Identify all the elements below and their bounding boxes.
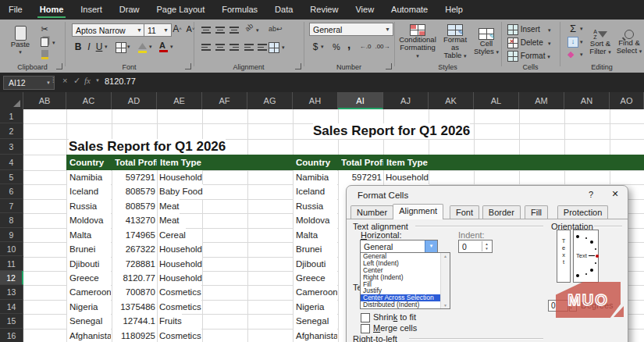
- cell-country[interactable]: Greece: [294, 271, 337, 285]
- chevron-down-icon[interactable]: ▾: [127, 44, 130, 50]
- dial-dot[interactable]: [576, 235, 579, 238]
- cell-country[interactable]: Namibia: [67, 170, 111, 184]
- column-header-AN[interactable]: AN: [564, 92, 610, 109]
- align-middle-button[interactable]: [215, 25, 225, 37]
- align-bottom-button[interactable]: [229, 25, 239, 37]
- cell-item-type[interactable]: Cosmetics: [158, 329, 201, 342]
- column-header-AD[interactable]: AD: [112, 92, 157, 109]
- cell-country[interactable]: Senegal: [67, 314, 111, 328]
- cell-country[interactable]: Moldova: [294, 213, 337, 227]
- tab-automate[interactable]: Automate: [382, 0, 436, 20]
- format-painter-button[interactable]: [39, 49, 50, 60]
- clipboard-dialog-launcher[interactable]: [56, 63, 62, 69]
- align-center-button[interactable]: [215, 42, 225, 54]
- cell-item-type[interactable]: Household: [158, 170, 202, 184]
- cell-country[interactable]: Afghanista: [294, 329, 337, 342]
- table-header-cell[interactable]: Total Profi: [341, 155, 383, 170]
- dialog-tab-font[interactable]: Font: [450, 205, 479, 219]
- column-header-AI[interactable]: AI: [338, 92, 383, 109]
- align-right-button[interactable]: [229, 42, 239, 54]
- cell-country[interactable]: Malta: [294, 228, 337, 242]
- shrink-to-fit-label[interactable]: Shrink to fit: [373, 312, 416, 322]
- copy-button[interactable]: [39, 37, 50, 48]
- chevron-down-icon[interactable]: ▾: [548, 41, 551, 47]
- decrease-font-button[interactable]: A˅: [184, 23, 197, 35]
- dropdown-scrollbar[interactable]: ▲ ▼: [440, 253, 450, 308]
- chevron-down-icon[interactable]: ▾: [52, 40, 55, 46]
- cell-profit[interactable]: 12744.1: [112, 314, 157, 328]
- scroll-up-icon[interactable]: ▲: [441, 254, 450, 258]
- cell-country[interactable]: Iceland: [67, 184, 111, 198]
- fx-icon[interactable]: fx: [84, 76, 91, 85]
- table-header-cell[interactable]: Item Type: [386, 155, 441, 170]
- dial-dot-selected[interactable]: [596, 255, 599, 258]
- cell-profit[interactable]: 267322: [112, 242, 157, 256]
- orientation-button[interactable]: ab: [244, 22, 254, 33]
- cell-country[interactable]: Djibouti: [67, 257, 111, 271]
- tab-data[interactable]: Data: [266, 0, 301, 20]
- font-name-combo[interactable]: Aptos Narrow▼: [72, 23, 145, 37]
- delete-cells-button[interactable]: × Delete: [507, 37, 543, 48]
- dial-dot[interactable]: [595, 262, 596, 264]
- increase-indent-button[interactable]: [258, 42, 267, 54]
- font-color-button[interactable]: A: [159, 41, 168, 52]
- option-right-indent-[interactable]: Right (Indent): [361, 274, 443, 281]
- wrap-text-button[interactable]: ab↩: [269, 25, 283, 33]
- tab-help[interactable]: Help: [436, 0, 471, 20]
- cell-profit[interactable]: 174965: [112, 228, 157, 242]
- accounting-format-button[interactable]: $: [311, 41, 320, 52]
- row-header-3[interactable]: 3: [0, 139, 23, 155]
- align-left-button[interactable]: [201, 42, 211, 54]
- clear-button[interactable]: ◆: [568, 49, 574, 59]
- cell-styles-button[interactable]: ✎ Cell Styles ▾: [473, 22, 500, 62]
- cell-item-type[interactable]: Household: [384, 170, 429, 184]
- row-header-11[interactable]: 11: [0, 257, 23, 271]
- cell-item-type[interactable]: Cereal: [158, 228, 186, 242]
- table-header-row[interactable]: CountryTotal ProfiItem TypeCountryTotal …: [66, 155, 644, 170]
- dialog-tab-border[interactable]: Border: [482, 205, 521, 219]
- cell-profit[interactable]: 808579: [112, 184, 157, 198]
- conditional-formatting-button[interactable]: Conditional Formatting ▾: [398, 22, 437, 62]
- dialog-tab-fill[interactable]: Fill: [525, 205, 548, 219]
- fill-button[interactable]: ↓: [568, 37, 578, 48]
- cell-country[interactable]: Cameroon: [294, 285, 337, 299]
- left-sheet-title[interactable]: Sales Report for Q1 2026: [69, 139, 226, 155]
- cell-country[interactable]: Nigeria: [67, 300, 111, 314]
- cell-item-type[interactable]: Cosmetics: [158, 300, 201, 314]
- percent-style-button[interactable]: %: [331, 41, 342, 52]
- chevron-down-icon[interactable]: ▾: [282, 45, 285, 51]
- tab-formulas[interactable]: Formulas: [213, 0, 266, 20]
- merge-cells-checkbox[interactable]: [361, 324, 370, 333]
- shrink-to-fit-checkbox[interactable]: [361, 313, 370, 322]
- dial-dot[interactable]: [585, 273, 587, 275]
- merge-center-button[interactable]: [269, 42, 279, 55]
- underline-button[interactable]: U: [94, 41, 104, 52]
- enter-icon[interactable]: ✓: [73, 76, 80, 86]
- row-header-1[interactable]: 1: [0, 109, 23, 123]
- cell-country[interactable]: Moldova: [67, 213, 111, 227]
- row-header-5[interactable]: 5: [0, 170, 23, 184]
- dial-dot[interactable]: [585, 237, 587, 239]
- column-header-AE[interactable]: AE: [157, 92, 202, 109]
- tab-file[interactable]: File: [0, 0, 31, 20]
- cell-profit[interactable]: 728881: [112, 257, 157, 271]
- decrease-indent-button[interactable]: [244, 42, 254, 54]
- chevron-down-icon[interactable]: ▾: [170, 44, 173, 50]
- cell-country[interactable]: Cameroon: [67, 285, 111, 299]
- increase-font-button[interactable]: A˄: [171, 23, 183, 35]
- cell-profit[interactable]: 597291: [339, 170, 383, 184]
- cell-country[interactable]: Russia: [294, 199, 337, 213]
- dial-dot[interactable]: [590, 240, 593, 244]
- chevron-down-icon[interactable]: ▾: [548, 27, 551, 34]
- font-dialog-launcher[interactable]: [185, 63, 191, 69]
- cell-item-type[interactable]: Household: [158, 257, 202, 271]
- cell-country[interactable]: Namibia: [294, 170, 337, 184]
- dial-dot[interactable]: [576, 274, 579, 277]
- cell-profit[interactable]: 808579: [112, 199, 157, 213]
- alignment-dialog-launcher[interactable]: [295, 63, 301, 69]
- formula-value[interactable]: 8120.77: [105, 77, 136, 86]
- decrease-decimal-button[interactable]: .00→: [374, 41, 391, 52]
- help-button[interactable]: ?: [585, 190, 597, 199]
- dialog-tab-alignment[interactable]: Alignment: [393, 204, 443, 219]
- find-select-button[interactable]: Find & Select ▾: [615, 22, 643, 62]
